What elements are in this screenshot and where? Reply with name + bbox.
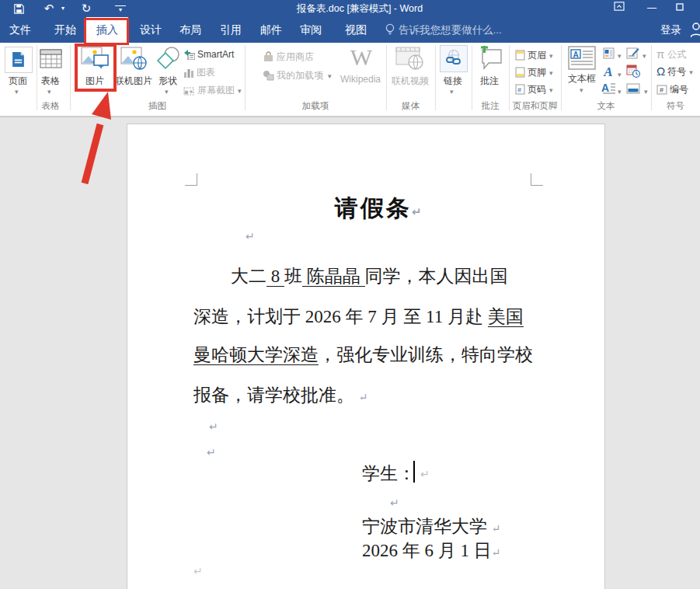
tell-me-box[interactable]: 告诉我您想要做什么... <box>399 17 502 43</box>
window-title: 报备表.doc [兼容模式] - Word <box>220 0 500 17</box>
pages-button-label: 页面 <box>1 75 35 88</box>
header-button[interactable]: 页眉 <box>515 48 553 62</box>
signature-line-button[interactable] <box>626 47 639 62</box>
object-button[interactable] <box>626 83 640 96</box>
equation-icon: π <box>656 47 664 61</box>
group-label-comments: 批注 <box>472 100 509 112</box>
text-box-button-label: 文本框 <box>564 72 600 85</box>
title-bar: ↶ ▾ ↻ ▾ 报备表.doc [兼容模式] - Word — <box>0 0 700 17</box>
chart-button[interactable]: 图表 <box>183 65 215 79</box>
date-time-button[interactable] <box>626 64 640 80</box>
tab-review[interactable]: 审阅 <box>292 17 329 43</box>
link-button[interactable] <box>440 45 468 72</box>
page-number-button[interactable]: #页码 <box>515 82 553 96</box>
account-person-icon[interactable] <box>691 23 700 41</box>
paragraph-mark-icon: ↵ <box>207 446 216 458</box>
document-canvas: 请假条↵ ↵ 大二 8 班 陈晶晶 同学，本人因出国 深造，计划于 2026 年… <box>0 117 700 589</box>
pages-button[interactable] <box>5 47 33 73</box>
online-video-button[interactable] <box>395 46 426 74</box>
undo-icon[interactable]: ↶ <box>42 0 56 17</box>
word-window: ↶ ▾ ↻ ▾ 报备表.doc [兼容模式] - Word — 文件 开始 插入… <box>0 0 700 589</box>
store-icon <box>263 51 274 66</box>
body-line-3: 曼哈顿大学深造，强化专业训练，特向学校 <box>193 343 533 367</box>
header-icon <box>515 50 525 64</box>
online-pictures-button[interactable] <box>120 46 147 73</box>
text-cursor <box>413 461 415 483</box>
tab-file[interactable]: 文件 <box>2 17 39 43</box>
drop-cap-button[interactable]: A <box>601 82 615 96</box>
group-label-addins: 加载项 <box>245 100 386 112</box>
footer-button[interactable]: 页脚 <box>515 65 553 79</box>
group-label-table: 表格 <box>33 100 68 112</box>
margin-crop-mark-top-right <box>531 173 543 186</box>
document-page[interactable]: 请假条↵ ↵ 大二 8 班 陈晶晶 同学，本人因出国 深造，计划于 2026 年… <box>127 124 605 589</box>
tab-home[interactable]: 开始 <box>47 17 84 43</box>
tab-layout[interactable]: 布局 <box>172 17 209 43</box>
qat-customize-icon[interactable]: ▾ <box>115 5 126 16</box>
paragraph-mark-icon: ↵ <box>492 523 501 535</box>
numbering-icon: # <box>656 85 667 99</box>
table-dropdown-icon <box>47 88 51 95</box>
smartart-button[interactable]: SmartArt <box>183 47 234 61</box>
my-addins-button[interactable]: 我的加载项 <box>263 68 332 82</box>
tab-design[interactable]: 设计 <box>132 17 169 43</box>
signature-student-line: 学生： <box>362 462 416 486</box>
tab-references[interactable]: 引用 <box>212 17 249 43</box>
header-label: 页眉 <box>528 50 546 61</box>
paragraph-mark-icon: ↵ <box>492 547 501 559</box>
undo-dropdown-icon[interactable]: ▾ <box>59 0 67 17</box>
screenshot-button[interactable]: 屏幕截图 <box>183 83 242 97</box>
symbol-button[interactable]: Ω符号 <box>656 64 693 78</box>
chart-icon <box>183 68 194 82</box>
tab-view[interactable]: 视图 <box>337 17 374 43</box>
save-icon[interactable] <box>11 0 26 17</box>
wikipedia-icon[interactable]: W <box>340 44 383 71</box>
table-button[interactable] <box>40 49 62 71</box>
link-icon <box>444 49 463 70</box>
svg-text:#: # <box>660 86 663 94</box>
numbering-label: 编号 <box>670 84 688 95</box>
ribbon-display-options-icon[interactable] <box>609 0 629 17</box>
shapes-button[interactable] <box>156 47 182 72</box>
symbol-dropdown-icon <box>689 66 693 77</box>
tab-insert[interactable]: 插入 <box>86 17 128 43</box>
smartart-label: SmartArt <box>197 49 234 60</box>
header-dropdown-icon <box>549 50 553 61</box>
page-number-dropdown-icon <box>549 84 553 95</box>
group-label-symbols: 符号 <box>651 100 700 112</box>
group-label-illustrations: 插图 <box>70 100 245 112</box>
wikipedia-button-label[interactable]: Wikipedia <box>336 74 385 85</box>
sign-in-link[interactable]: 登录 <box>660 17 681 43</box>
page-number-icon: # <box>515 84 525 99</box>
minimize-icon[interactable]: — <box>642 0 662 17</box>
link-dropdown-icon <box>450 88 454 95</box>
body-line-2: 深造，计划于 2026 年 7 月 至 11 月赴 美国 <box>193 305 524 329</box>
svg-text:A: A <box>573 51 579 59</box>
quick-parts-button[interactable] <box>603 47 615 61</box>
comment-button[interactable] <box>476 46 503 74</box>
tab-mailings[interactable]: 邮件 <box>252 17 290 43</box>
text-box-dropdown-icon <box>580 86 583 93</box>
pictures-button[interactable] <box>81 46 110 73</box>
tell-me-lightbulb-icon <box>385 23 395 40</box>
shapes-button-label: 形状 <box>151 75 185 88</box>
maximize-icon[interactable] <box>670 0 690 17</box>
paragraph-mark-icon: ↵ <box>390 497 399 509</box>
my-addins-icon <box>263 70 274 85</box>
pictures-button-label: 图片 <box>76 75 113 88</box>
store-button[interactable]: 应用商店 <box>263 50 314 64</box>
object-dropdown-icon <box>644 88 648 95</box>
redo-icon[interactable]: ↻ <box>79 0 93 17</box>
equation-button[interactable]: π公式 <box>656 47 686 61</box>
symbol-icon: Ω <box>656 64 665 78</box>
svg-text:A: A <box>601 82 609 94</box>
numbering-button[interactable]: #编号 <box>656 82 688 96</box>
document-heading: 请假条↵ <box>335 193 424 225</box>
comment-button-label: 批注 <box>472 75 507 88</box>
paragraph-mark-icon: ↵ <box>193 565 203 577</box>
screenshot-label: 屏幕截图 <box>197 85 235 96</box>
screenshot-dropdown-icon <box>238 85 242 96</box>
online-video-button-label[interactable]: 联机视频 <box>388 75 432 88</box>
wordart-icon[interactable]: A <box>603 64 614 80</box>
text-box-button[interactable]: A <box>568 46 596 72</box>
